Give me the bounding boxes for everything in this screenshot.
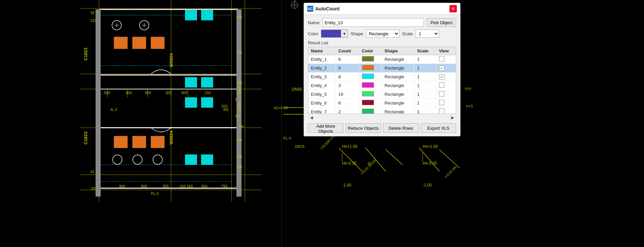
scroll-left-icon[interactable]: ◀ (308, 115, 315, 121)
table-row[interactable]: Entity_1 6 Rectangle 1 (308, 55, 456, 64)
cell-name: Entity_4 (308, 81, 335, 90)
svg-rect-53 (201, 97, 213, 108)
svg-text:DN50: DN50 (237, 85, 241, 94)
scroll-right-icon[interactable]: ▶ (449, 115, 456, 121)
add-more-button[interactable]: Add More Objects (308, 123, 343, 133)
svg-text:150: 150 (236, 81, 242, 85)
table-row[interactable]: Entity_4 3 Rectangle 1 (308, 81, 456, 90)
svg-rect-42 (114, 37, 127, 49)
name-label: Name (308, 20, 320, 25)
svg-rect-47 (151, 136, 164, 148)
cell-scale: 1 (414, 64, 436, 73)
export-xls-button[interactable]: Export XLS (421, 123, 456, 133)
name-row: Name Pick Object (308, 18, 456, 27)
svg-text:W0824: W0824 (169, 53, 174, 67)
result-table-wrapper[interactable]: Name Count Color Shape Scale View Entity… (308, 47, 456, 114)
svg-text:800: 800 (145, 91, 151, 95)
pick-object-button[interactable]: Pick Object (427, 18, 456, 27)
svg-text:C1823: C1823 (83, 48, 88, 60)
cell-count: 8 (335, 73, 359, 81)
table-row[interactable]: Entity_7 2 Rectangle 1 (308, 108, 456, 114)
svg-text:400: 400 (181, 91, 187, 95)
cell-view[interactable] (436, 73, 456, 81)
cell-count: 19 (335, 90, 359, 99)
view-checkbox[interactable] (439, 109, 444, 114)
col-view[interactable]: View (436, 47, 456, 55)
svg-text:150: 150 (91, 187, 96, 191)
view-checkbox[interactable] (439, 82, 444, 88)
cell-view[interactable] (436, 90, 456, 99)
view-checkbox[interactable] (439, 74, 444, 80)
cell-scale: 1 (414, 73, 436, 81)
cell-name: Entity_1 (308, 55, 335, 64)
view-checkbox[interactable] (439, 100, 444, 105)
svg-text:52: 52 (91, 170, 95, 174)
cell-scale: 1 (414, 55, 436, 64)
svg-text:Hn-0.35: Hn-0.35 (423, 161, 437, 166)
table-row[interactable]: Entity_6 6 Rectangle 1 (308, 99, 456, 108)
view-checkbox[interactable] (439, 91, 444, 96)
svg-rect-52 (185, 97, 197, 108)
svg-text:480: 480 (236, 138, 242, 142)
svg-rect-55 (201, 155, 213, 165)
cell-view[interactable] (436, 55, 456, 64)
svg-text:450: 450 (236, 15, 242, 19)
bottom-buttons: Add More Objects Reduce Objects Delete R… (308, 123, 456, 133)
svg-text:150: 150 (236, 165, 242, 169)
cell-view[interactable] (436, 81, 456, 90)
color-dropdown-arrow[interactable]: ▼ (341, 30, 348, 38)
svg-text:JL-2: JL-2 (110, 108, 117, 112)
cell-name: Entity_5 (308, 90, 335, 99)
svg-text:706: 706 (238, 125, 244, 128)
cell-scale: 1 (414, 81, 436, 90)
table-row[interactable]: Entity_5 19 Rectangle 1 (308, 90, 456, 99)
close-button[interactable]: ✕ (449, 5, 457, 12)
color-swatch[interactable] (321, 30, 341, 38)
delete-rows-button[interactable]: Delete Rows (383, 123, 419, 133)
cell-color (359, 99, 382, 108)
cell-color (359, 73, 382, 81)
col-color[interactable]: Color (359, 47, 382, 55)
svg-text:305: 305 (163, 184, 169, 188)
table-row[interactable]: Entity_3 8 Rectangle 1 (308, 73, 456, 81)
reduce-objects-button[interactable]: Reduce Objects (345, 123, 381, 133)
cell-scale: 1 (414, 108, 436, 114)
svg-rect-34 (96, 9, 101, 144)
svg-text:C1823: C1823 (83, 132, 88, 145)
cell-view[interactable] (436, 64, 456, 73)
shape-select[interactable]: Rectangle Circle Triangle (366, 30, 399, 38)
cell-view[interactable] (436, 108, 456, 114)
col-scale[interactable]: Scale (414, 47, 436, 55)
table-row[interactable]: Entity_2 6 Rectangle 1 (308, 64, 456, 73)
svg-text:500: 500 (104, 91, 110, 95)
svg-text:795: 795 (221, 184, 227, 188)
svg-text:FL-4: FL-4 (283, 136, 291, 140)
col-name[interactable]: Name (308, 47, 335, 55)
cell-count: 2 (335, 108, 359, 114)
svg-text:-1.00: -1.00 (423, 183, 432, 188)
cell-count: 6 (335, 64, 359, 73)
cell-color (359, 55, 382, 64)
cell-count: 6 (335, 55, 359, 64)
table-scroll-indicator: ◀ ▶ (308, 115, 456, 121)
svg-rect-36 (96, 128, 101, 197)
name-input[interactable] (322, 18, 424, 27)
cell-name: Entity_3 (308, 73, 335, 81)
view-checkbox[interactable] (439, 56, 444, 61)
svg-text:DN50: DN50 (292, 87, 302, 92)
svg-text:???: ??? (465, 87, 471, 92)
cell-color (359, 108, 382, 114)
cell-view[interactable] (436, 99, 456, 108)
view-checkbox[interactable] (439, 66, 444, 71)
scale-select[interactable]: 1 2 0.5 (416, 30, 439, 38)
col-count[interactable]: Count (335, 47, 359, 55)
col-shape[interactable]: Shape (382, 47, 414, 55)
svg-rect-50 (185, 77, 197, 87)
svg-text:305: 305 (165, 91, 171, 95)
svg-text:800: 800 (126, 91, 132, 95)
svg-text:900: 900 (141, 184, 147, 188)
cell-count: 6 (335, 99, 359, 108)
svg-text:-1.00: -1.00 (342, 183, 352, 188)
svg-rect-45 (114, 136, 127, 148)
table-header-row: Name Count Color Shape Scale View (308, 47, 456, 55)
